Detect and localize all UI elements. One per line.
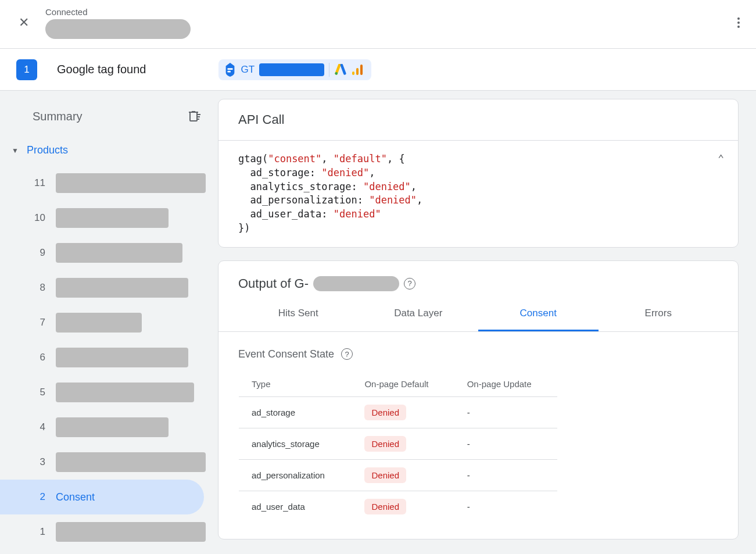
tab-errors[interactable]: Errors [599, 297, 719, 331]
google-analytics-icon [352, 64, 363, 76]
table-header-row: TypeOn-page DefaultOn-page Update [239, 371, 558, 396]
help-icon[interactable]: ? [404, 278, 415, 289]
sidebar-item[interactable]: 3 [0, 445, 218, 480]
svg-rect-8 [198, 119, 199, 120]
products-section-header[interactable]: ▼ Products [0, 128, 218, 166]
consent-update: - [454, 428, 558, 459]
table-row: analytics_storageDenied- [239, 428, 558, 459]
sidebar-item-redacted [56, 173, 206, 193]
consent-default: Denied [352, 459, 454, 491]
consent-panel: Event Consent State ? TypeOn-page Defaul… [218, 332, 738, 539]
sidebar-item[interactable]: 8 [0, 270, 218, 305]
sidebar-item-redacted [56, 243, 182, 263]
tag-found-label: Google tag found [57, 63, 146, 76]
table-header: On-page Update [454, 371, 558, 396]
main-panel: API Call ⌃gtag("consent", "default", { a… [218, 91, 756, 554]
sidebar: Summary ▼ Products 111098765432Consent1 [0, 91, 218, 554]
google-ads-icon [334, 64, 347, 76]
sidebar-item-number: 9 [34, 247, 45, 259]
api-call-card: API Call ⌃gtag("consent", "default", { a… [218, 99, 739, 248]
more-menu-icon[interactable] [733, 13, 744, 33]
consent-default-pill: Denied [364, 436, 406, 452]
consent-update: - [454, 396, 558, 428]
output-title-prefix: Output of G- [238, 276, 309, 291]
chevron-down-icon: ▼ [12, 146, 19, 155]
tag-id-redacted [259, 63, 324, 76]
sidebar-item[interactable]: 11 [0, 166, 218, 201]
tag-chip[interactable]: GT [218, 59, 371, 80]
table-row: ad_storageDenied- [239, 396, 558, 428]
svg-rect-0 [228, 68, 233, 70]
svg-rect-6 [198, 114, 200, 115]
table-header: On-page Default [352, 371, 454, 396]
chip-divider [329, 63, 329, 77]
summary-row[interactable]: Summary [0, 105, 218, 128]
sidebar-item-number: 8 [34, 282, 45, 294]
output-header: Output of G- ? [218, 261, 738, 297]
consent-type: analytics_storage [239, 428, 352, 459]
table-row: ad_user_dataDenied- [239, 491, 558, 522]
consent-default-pill: Denied [364, 405, 406, 420]
sidebar-item[interactable]: 5 [0, 375, 218, 410]
consent-default-pill: Denied [364, 499, 406, 514]
consent-type: ad_storage [239, 396, 352, 428]
api-call-code: ⌃gtag("consent", "default", { ad_storage… [218, 141, 738, 247]
sidebar-item[interactable]: 1 [0, 514, 218, 549]
sidebar-items: 111098765432Consent1 [0, 166, 218, 549]
sidebar-item-number: 3 [34, 456, 45, 468]
sidebar-item-number: 5 [34, 387, 45, 398]
sidebar-item-number: 6 [34, 352, 45, 363]
sidebar-item-redacted [56, 452, 206, 472]
consent-type: ad_personalization [239, 459, 352, 491]
header: ✕ Connected [0, 0, 756, 49]
body: Summary ▼ Products 111098765432Consent1 … [0, 91, 756, 554]
sidebar-item-number: 2 [34, 491, 45, 503]
consent-default: Denied [352, 491, 454, 522]
sidebar-item[interactable]: 6 [0, 340, 218, 375]
svg-rect-5 [360, 65, 363, 75]
sidebar-item[interactable]: 4 [0, 410, 218, 445]
api-call-title: API Call [218, 99, 738, 141]
sidebar-item-redacted [56, 278, 188, 298]
sidebar-item[interactable]: 10 [0, 201, 218, 235]
sidebar-item-number: 10 [34, 212, 45, 224]
tab-consent[interactable]: Consent [478, 297, 599, 331]
consent-default-pill: Denied [364, 467, 406, 483]
products-label: Products [27, 144, 68, 156]
domain-redacted [45, 19, 191, 39]
sidebar-item[interactable]: 7 [0, 305, 218, 340]
svg-rect-3 [352, 72, 354, 75]
connected-label: Connected [45, 7, 191, 17]
sidebar-item-redacted [56, 522, 206, 542]
tag-count-badge: 1 [16, 59, 37, 80]
sidebar-item-redacted [56, 383, 194, 402]
consent-default: Denied [352, 396, 454, 428]
svg-rect-7 [198, 116, 200, 117]
table-header: Type [239, 371, 352, 396]
svg-rect-4 [356, 68, 359, 75]
sidebar-item[interactable]: 9 [0, 235, 218, 270]
collapse-chevron-icon[interactable]: ⌃ [718, 151, 724, 166]
sidebar-item-number: 11 [34, 177, 45, 189]
tab-data-layer[interactable]: Data Layer [359, 297, 479, 331]
output-id-redacted [313, 276, 399, 291]
svg-rect-1 [228, 70, 231, 72]
sidebar-item-redacted [56, 208, 169, 228]
consent-update: - [454, 459, 558, 491]
consent-default: Denied [352, 428, 454, 459]
sidebar-item-number: 4 [34, 421, 45, 433]
svg-point-2 [335, 72, 338, 75]
table-row: ad_personalizationDenied- [239, 459, 558, 491]
sidebar-item-consent[interactable]: 2Consent [0, 480, 204, 514]
sidebar-item-redacted [56, 348, 188, 367]
google-tag-icon [224, 63, 236, 77]
summary-label: Summary [33, 110, 180, 123]
gt-prefix: GT [241, 64, 255, 76]
clear-all-icon[interactable] [187, 109, 200, 123]
help-icon[interactable]: ? [341, 348, 353, 360]
sidebar-item-number: 7 [34, 317, 45, 328]
tab-hits-sent[interactable]: Hits Sent [238, 297, 359, 331]
sidebar-item-label: Consent [56, 491, 95, 503]
subheader: 1 Google tag found GT [0, 49, 756, 91]
close-icon[interactable]: ✕ [19, 15, 29, 30]
